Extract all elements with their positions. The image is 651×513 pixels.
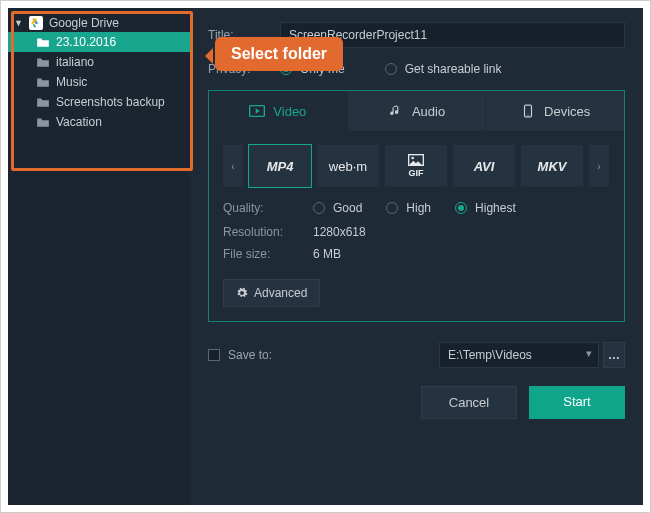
folder-icon [36, 56, 50, 68]
resolution-value: 1280x618 [313, 225, 366, 239]
tab-label: Devices [544, 104, 590, 119]
folder-icon [36, 36, 50, 48]
radio-icon [385, 63, 397, 75]
format-mp4[interactable]: MP4 [249, 145, 311, 187]
advanced-button[interactable]: Advanced [223, 279, 320, 307]
privacy-label: Privacy: [208, 62, 280, 76]
tab-devices[interactable]: Devices [486, 91, 624, 131]
quality-label: Quality: [223, 201, 313, 215]
formats-next[interactable]: › [589, 145, 609, 187]
video-icon [249, 104, 265, 118]
quality-good[interactable]: Good [313, 201, 362, 215]
svg-point-4 [411, 157, 414, 160]
format-mkv[interactable]: MKV [521, 145, 583, 187]
tree-item-label: Music [56, 75, 87, 89]
google-drive-icon [29, 16, 43, 30]
tab-audio[interactable]: Audio [348, 91, 487, 131]
quality-highest[interactable]: Highest [455, 201, 516, 215]
format-avi[interactable]: AVI [453, 145, 515, 187]
main-content: Title: Privacy: Only me Get shareable li… [190, 8, 643, 505]
folder-icon [36, 96, 50, 108]
radio-label: Get shareable link [405, 62, 502, 76]
folder-icon [36, 76, 50, 88]
radio-icon [455, 202, 467, 214]
tree-item-label: Screenshots backup [56, 95, 165, 109]
image-icon [408, 154, 424, 166]
cancel-button[interactable]: Cancel [421, 386, 517, 419]
tree-folder-item[interactable]: 23.10.2016 [8, 32, 190, 52]
folder-tree: ▼ Google Drive 23.10.2016 italiano Music… [8, 8, 190, 505]
tree-folder-item[interactable]: italiano [8, 52, 190, 72]
devices-icon [520, 104, 536, 118]
filesize-label: File size: [223, 247, 313, 261]
tree-folder-item[interactable]: Screenshots backup [8, 92, 190, 112]
tree-root-google-drive[interactable]: ▼ Google Drive [8, 14, 190, 32]
filesize-value: 6 MB [313, 247, 341, 261]
tab-video[interactable]: Video [209, 91, 348, 131]
title-label: Title: [208, 28, 280, 42]
tree-folder-item[interactable]: Music [8, 72, 190, 92]
radio-label: High [406, 201, 431, 215]
privacy-shareable[interactable]: Get shareable link [385, 62, 502, 76]
save-to-checkbox[interactable] [208, 349, 220, 361]
tab-label: Video [273, 104, 306, 119]
tree-item-label: Vacation [56, 115, 102, 129]
tree-folder-item[interactable]: Vacation [8, 112, 190, 132]
resolution-label: Resolution: [223, 225, 313, 239]
radio-label: Good [333, 201, 362, 215]
format-webm[interactable]: web·m [317, 145, 379, 187]
radio-icon [386, 202, 398, 214]
save-path-select[interactable]: E:\Temp\Videos [439, 342, 599, 368]
title-input[interactable] [280, 22, 625, 48]
quality-high[interactable]: High [386, 201, 431, 215]
folder-icon [36, 116, 50, 128]
formats-prev[interactable]: ‹ [223, 145, 243, 187]
radio-icon [313, 202, 325, 214]
radio-label: Highest [475, 201, 516, 215]
radio-label: Only me [300, 62, 345, 76]
start-button[interactable]: Start [529, 386, 625, 419]
svg-point-2 [527, 115, 528, 116]
radio-icon [280, 63, 292, 75]
format-panel: Video Audio Devices ‹ MP4 web·m [208, 90, 625, 322]
save-to-label: Save to: [228, 348, 272, 362]
privacy-only-me[interactable]: Only me [280, 62, 345, 76]
tree-item-label: italiano [56, 55, 94, 69]
tree-root-label: Google Drive [49, 16, 119, 30]
browse-button[interactable]: … [603, 342, 625, 368]
music-icon [388, 104, 404, 118]
advanced-label: Advanced [254, 286, 307, 300]
format-gif[interactable]: GIF [385, 145, 447, 187]
collapse-icon: ▼ [14, 18, 23, 28]
tab-label: Audio [412, 104, 445, 119]
tree-item-label: 23.10.2016 [56, 35, 116, 49]
gear-icon [236, 287, 248, 299]
